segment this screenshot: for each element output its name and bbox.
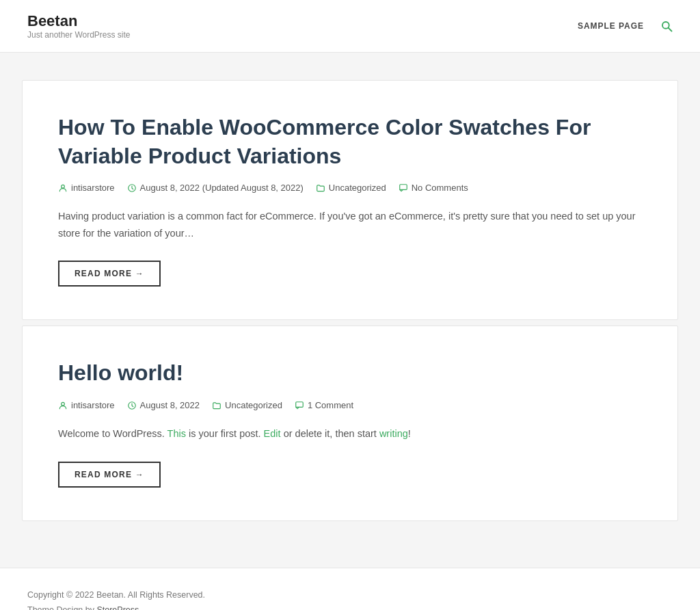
post-card: How To Enable WooCommerce Color Swatches…	[22, 80, 678, 320]
search-icon	[660, 20, 673, 32]
post-comments: 1 Comment	[295, 400, 353, 410]
comment-icon	[399, 183, 408, 193]
user-icon	[58, 401, 68, 410]
excerpt-this-link[interactable]: This	[167, 428, 186, 439]
post-meta: intisarstore August 8, 2022 Uncategorize…	[58, 400, 642, 410]
folder-icon	[212, 401, 221, 410]
site-title[interactable]: Beetan	[27, 12, 131, 30]
svg-line-1	[669, 28, 672, 31]
clock-icon	[127, 183, 137, 193]
post-author: intisarstore	[58, 183, 115, 193]
post-meta: intisarstore August 8, 2022 (Updated Aug…	[58, 183, 642, 193]
post-excerpt: Welcome to WordPress. This is your first…	[58, 425, 642, 442]
search-button[interactable]	[660, 20, 673, 32]
user-icon	[58, 183, 68, 193]
svg-rect-4	[399, 184, 407, 189]
category-name: Uncategorized	[225, 400, 282, 410]
clock-icon	[127, 401, 137, 410]
excerpt-end: !	[408, 428, 411, 439]
read-more-button[interactable]: READ MORE →	[58, 261, 161, 287]
site-tagline: Just another WordPress site	[27, 30, 131, 40]
site-header: Beetan Just another WordPress site SAMPL…	[0, 0, 700, 53]
post-date: August 8, 2022	[127, 400, 200, 410]
footer-theme: Theme Design by StorePress.	[27, 602, 673, 610]
excerpt-static: Welcome to WordPress.	[58, 428, 165, 439]
category-name: Uncategorized	[329, 183, 386, 193]
site-footer: Copyright © 2022 Beetan. All Rights Rese…	[0, 568, 700, 610]
post-title[interactable]: How To Enable WooCommerce Color Swatches…	[58, 114, 642, 170]
comment-icon	[295, 401, 304, 410]
post-date: August 8, 2022 (Updated August 8, 2022)	[127, 183, 304, 193]
comments-link[interactable]: No Comments	[412, 183, 468, 193]
site-branding: Beetan Just another WordPress site	[27, 12, 131, 40]
svg-rect-7	[296, 401, 304, 407]
excerpt-or: or delete it, then start	[284, 428, 377, 439]
header-nav: SAMPLE PAGE	[578, 20, 673, 32]
excerpt-edit-link[interactable]: Edit	[264, 428, 281, 439]
excerpt-mid: is your first post.	[189, 428, 261, 439]
post-category: Uncategorized	[212, 400, 282, 410]
comments-link[interactable]: 1 Comment	[308, 400, 353, 410]
storepress-link[interactable]: StorePress	[96, 605, 139, 610]
read-more-button[interactable]: READ MORE →	[58, 462, 161, 488]
post-category: Uncategorized	[316, 183, 386, 193]
date-text: August 8, 2022 (Updated August 8, 2022)	[140, 183, 304, 193]
excerpt-writing-link[interactable]: writing	[379, 428, 408, 439]
post-title[interactable]: Hello world!	[58, 359, 642, 388]
footer-copyright: Copyright © 2022 Beetan. All Rights Rese…	[27, 587, 673, 603]
post-excerpt: Having product variation is a common fac…	[58, 208, 642, 241]
main-content: How To Enable WooCommerce Color Swatches…	[8, 53, 692, 568]
author-name: intisarstore	[71, 183, 115, 193]
post-card: Hello world! intisarstore August 8, 2022	[22, 326, 678, 520]
post-comments: No Comments	[399, 183, 468, 193]
author-name: intisarstore	[71, 400, 115, 410]
folder-icon	[316, 183, 325, 193]
post-author: intisarstore	[58, 400, 115, 410]
sample-page-nav-link[interactable]: SAMPLE PAGE	[578, 21, 644, 31]
svg-point-5	[62, 402, 65, 406]
date-text: August 8, 2022	[140, 400, 200, 410]
svg-point-2	[62, 185, 65, 188]
